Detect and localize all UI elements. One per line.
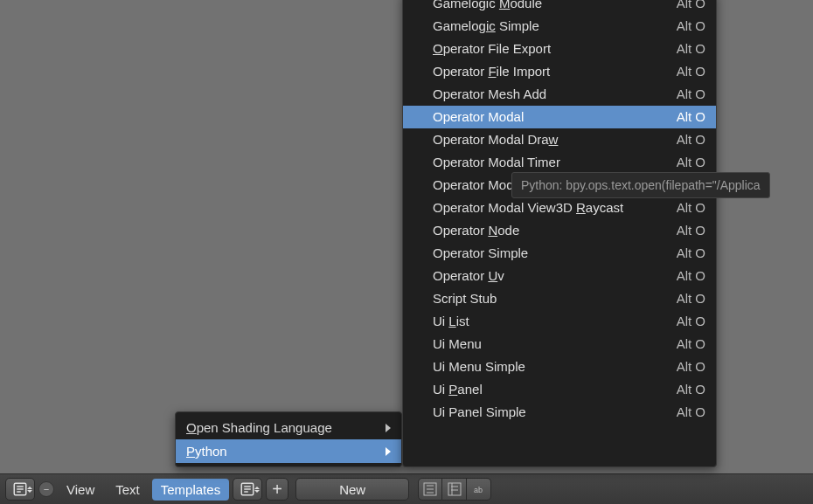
- shortcut-label: Alt O: [677, 359, 705, 374]
- template-item-label: Operator Node: [433, 223, 519, 238]
- templates-submenu: Open Shading Language Python: [175, 411, 402, 467]
- template-item[interactable]: Script StubAlt O: [403, 287, 716, 310]
- template-item-label: Ui Menu: [433, 336, 482, 351]
- template-item[interactable]: Ui Menu SimpleAlt O: [403, 356, 716, 378]
- template-item-label: Operator Modal: [433, 109, 524, 124]
- templates-menu[interactable]: Templates: [152, 479, 229, 501]
- shortcut-label: Alt O: [677, 18, 705, 33]
- template-item-label: Operator Modal Timer: [433, 155, 560, 169]
- template-item-label: Operator Simple: [433, 245, 528, 260]
- text-datablock-icon: [240, 481, 255, 497]
- template-item[interactable]: Operator File ImportAlt O: [403, 60, 716, 83]
- template-item-label: Ui Panel: [433, 382, 483, 397]
- shortcut-label: Alt O: [677, 64, 705, 79]
- template-item-label: Gamelogic Module: [433, 0, 542, 10]
- line-numbers-icon: [423, 482, 437, 496]
- text-menu[interactable]: Text: [107, 479, 149, 501]
- template-item[interactable]: Operator NodeAlt O: [403, 219, 716, 242]
- template-item[interactable]: Operator Modal DrawAlt O: [403, 128, 716, 151]
- template-item-label: Operator Modal View3D Raycast: [433, 200, 623, 215]
- chevron-updown-icon: [27, 487, 32, 493]
- view-menu[interactable]: View: [58, 479, 103, 501]
- shortcut-label: Alt O: [677, 245, 705, 260]
- template-item[interactable]: Operator Modal View3D RaycastAlt O: [403, 197, 716, 219]
- python-templates-submenu: Gamelogic ModuleAlt OGamelogic SimpleAlt…: [402, 0, 717, 467]
- shortcut-label: Alt O: [677, 0, 705, 10]
- templates-python-item[interactable]: Python: [176, 439, 401, 463]
- shortcut-label: Alt O: [677, 291, 705, 306]
- template-item-label: Ui Panel Simple: [433, 404, 526, 419]
- text-editor-header: − View Text Templates + New ab: [0, 473, 813, 504]
- word-wrap-toggle[interactable]: [442, 478, 467, 501]
- shortcut-label: Alt O: [677, 41, 705, 56]
- shortcut-label: Alt O: [677, 132, 705, 147]
- template-item-label: Operator Uv: [433, 268, 504, 283]
- python-tooltip: Python: bpy.ops.text.open(filepath="/App…: [511, 172, 770, 198]
- shortcut-label: Alt O: [677, 336, 705, 351]
- shortcut-label: Alt O: [677, 109, 705, 124]
- shortcut-label: Alt O: [677, 155, 705, 169]
- template-item-label: Gamelogic Simple: [433, 18, 539, 33]
- template-item-label: Operator Modal Draw: [433, 132, 558, 147]
- templates-osl-item[interactable]: Open Shading Language: [176, 416, 401, 439]
- template-item-label: Operator File Import: [433, 64, 550, 79]
- template-item[interactable]: Ui PanelAlt O: [403, 378, 716, 401]
- template-item[interactable]: Ui ListAlt O: [403, 310, 716, 333]
- editor-type-selector[interactable]: [5, 478, 35, 501]
- template-item[interactable]: Gamelogic SimpleAlt O: [403, 15, 716, 38]
- template-item[interactable]: Gamelogic ModuleAlt O: [403, 0, 716, 15]
- new-datablock-button[interactable]: +: [266, 478, 288, 501]
- template-item[interactable]: Operator SimpleAlt O: [403, 242, 716, 265]
- syntax-highlight-toggle[interactable]: ab: [467, 478, 491, 501]
- menu-item-label: Python: [186, 444, 227, 459]
- new-text-button[interactable]: New: [295, 478, 409, 501]
- template-item[interactable]: Ui MenuAlt O: [403, 333, 716, 356]
- chevron-updown-icon: [254, 487, 260, 493]
- template-item-label: Operator File Export: [433, 41, 551, 56]
- template-item[interactable]: Operator UvAlt O: [403, 265, 716, 287]
- template-item[interactable]: Operator ModalAlt O: [403, 106, 716, 128]
- template-item-label: Script Stub: [433, 291, 497, 306]
- submenu-arrow-icon: [386, 424, 391, 432]
- text-editor-icon: [12, 481, 28, 497]
- svg-text:ab: ab: [474, 486, 483, 494]
- shortcut-label: Alt O: [677, 314, 705, 328]
- syntax-highlight-icon: ab: [472, 482, 486, 496]
- template-item-label: Ui List: [433, 314, 469, 328]
- template-item[interactable]: Operator Modal TimerAlt O: [403, 151, 716, 174]
- shortcut-label: Alt O: [677, 404, 705, 419]
- shortcut-label: Alt O: [677, 223, 705, 238]
- menu-item-label: Open Shading Language: [186, 420, 332, 435]
- datablock-browse[interactable]: [233, 478, 262, 501]
- template-item-label: Ui Menu Simple: [433, 359, 525, 374]
- line-numbers-toggle[interactable]: [418, 478, 442, 501]
- template-item-label: Operator Mesh Add: [433, 86, 546, 101]
- shortcut-label: Alt O: [677, 86, 705, 101]
- display-toggle-group: ab: [418, 478, 491, 501]
- collapse-menus-button[interactable]: −: [38, 481, 54, 497]
- template-item[interactable]: Ui Panel SimpleAlt O: [403, 401, 716, 424]
- shortcut-label: Alt O: [677, 382, 705, 397]
- shortcut-label: Alt O: [677, 200, 705, 215]
- svg-rect-12: [448, 483, 461, 495]
- shortcut-label: Alt O: [677, 268, 705, 283]
- template-item[interactable]: Operator File ExportAlt O: [403, 38, 716, 60]
- template-item[interactable]: Operator Mesh AddAlt O: [403, 83, 716, 106]
- submenu-arrow-icon: [386, 447, 391, 456]
- word-wrap-icon: [448, 482, 462, 496]
